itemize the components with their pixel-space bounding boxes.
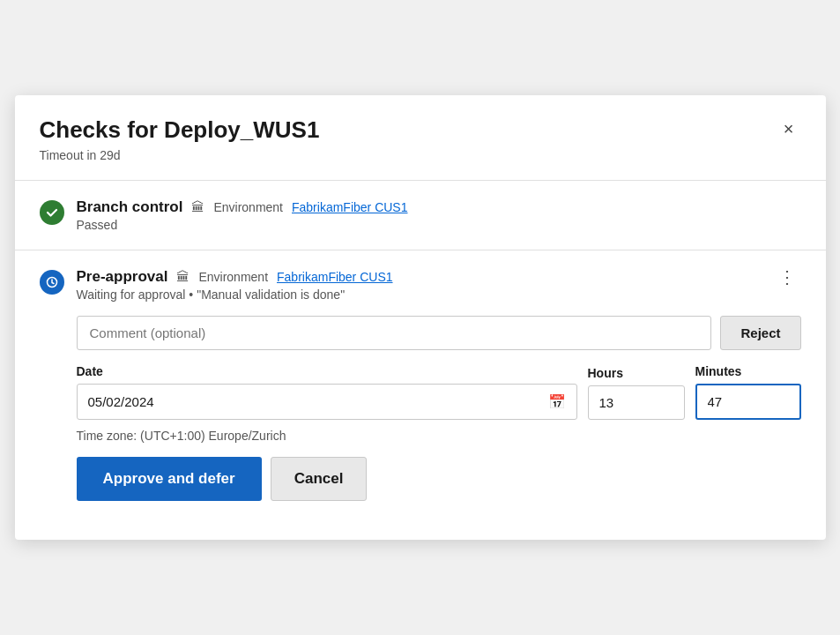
check-name-pre-approval: Pre-approval <box>77 268 168 286</box>
check-name-row: Branch control 🏛 Environment FabrikamFib… <box>77 198 801 216</box>
more-options-button[interactable]: ⋮ <box>773 268 801 286</box>
approve-defer-button[interactable]: Approve and defer <box>77 457 262 501</box>
action-row: Approve and defer Cancel <box>77 457 801 501</box>
check-status-passed: Passed <box>77 218 801 232</box>
check-status-icon-passed <box>40 200 64 225</box>
calendar-icon[interactable]: 📅 <box>548 393 566 410</box>
environment-link[interactable]: FabrikamFiber CUS1 <box>292 200 407 214</box>
check-status-pending: Waiting for approval • "Manual validatio… <box>77 288 761 302</box>
check-name-row-pre-approval: Pre-approval 🏛 Environment FabrikamFiber… <box>77 268 761 286</box>
reject-button[interactable]: Reject <box>720 316 800 350</box>
dialog-header: Checks for Deploy_WUS1 Timeout in 29d × <box>40 116 801 161</box>
datetime-row: Date 📅 Hours Minutes <box>77 364 801 420</box>
dialog-subtitle: Timeout in 29d <box>40 148 320 162</box>
check-info-branch-control: Branch control 🏛 Environment FabrikamFib… <box>77 198 801 232</box>
comment-reject-row: Reject <box>77 316 801 350</box>
hours-label: Hours <box>588 366 685 380</box>
date-input[interactable] <box>88 394 548 409</box>
hours-input[interactable] <box>588 385 685 420</box>
check-item-pre-approval: Pre-approval 🏛 Environment FabrikamFiber… <box>40 250 801 519</box>
check-status-icon-pending <box>40 270 64 295</box>
dialog-title: Checks for Deploy_WUS1 <box>40 116 320 144</box>
environment-label-pre-approval: Environment <box>198 270 268 284</box>
environment-icon-pre-approval: 🏛 <box>176 269 190 284</box>
environment-link-pre-approval[interactable]: FabrikamFiber CUS1 <box>277 270 392 284</box>
minutes-label: Minutes <box>695 364 801 378</box>
check-item-branch-control: Branch control 🏛 Environment FabrikamFib… <box>40 181 801 250</box>
environment-label: Environment <box>213 200 283 214</box>
checks-dialog: Checks for Deploy_WUS1 Timeout in 29d × … <box>15 95 826 539</box>
cancel-button[interactable]: Cancel <box>271 457 368 501</box>
comment-input[interactable] <box>77 316 712 350</box>
environment-icon: 🏛 <box>191 199 204 214</box>
check-info-pre-approval: Pre-approval 🏛 Environment FabrikamFiber… <box>77 268 761 302</box>
minutes-field: Minutes <box>695 364 801 420</box>
date-label: Date <box>77 364 577 378</box>
check-item-header-pre-approval: Pre-approval 🏛 Environment FabrikamFiber… <box>40 268 801 302</box>
hours-field: Hours <box>588 366 685 420</box>
close-button[interactable]: × <box>777 116 801 141</box>
minutes-input[interactable] <box>695 384 801 420</box>
check-name: Branch control <box>77 198 183 216</box>
check-item-header: Branch control 🏛 Environment FabrikamFib… <box>40 198 801 232</box>
timezone-text: Time zone: (UTC+1:00) Europe/Zurich <box>77 429 801 443</box>
approval-form: Reject Date 📅 Hours Minutes <box>77 316 801 501</box>
dialog-title-area: Checks for Deploy_WUS1 Timeout in 29d <box>40 116 320 161</box>
date-input-wrapper: 📅 <box>77 384 577 420</box>
date-field: Date 📅 <box>77 364 577 420</box>
